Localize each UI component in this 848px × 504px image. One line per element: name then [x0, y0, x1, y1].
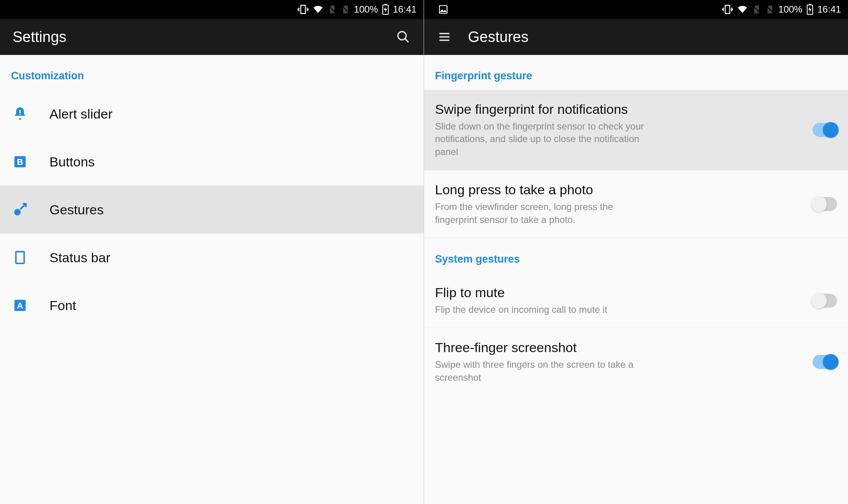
- svg-point-4: [19, 114, 20, 115]
- app-bar: Settings: [0, 19, 424, 55]
- battery-percent: 100%: [779, 4, 802, 15]
- pref-three-finger-screenshot[interactable]: Three-finger screenshot Swipe with three…: [424, 328, 848, 396]
- pref-subtitle: Slide down on the fingerprint sensor to …: [435, 120, 655, 158]
- item-label: Alert slider: [49, 106, 113, 122]
- pref-title: Swipe fingerprint for notifications: [435, 102, 805, 117]
- svg-rect-13: [809, 4, 811, 5]
- gestures-list: Fingerprint gesture Swipe fingerprint fo…: [424, 55, 848, 504]
- item-label: Gestures: [49, 202, 104, 217]
- svg-point-7: [14, 209, 21, 215]
- battery-percent: 100%: [354, 4, 378, 15]
- bell-alert-icon: [11, 105, 29, 123]
- wifi-icon: [737, 4, 748, 15]
- image-icon: [438, 4, 448, 15]
- item-alert-slider[interactable]: Alert slider: [0, 90, 424, 138]
- pref-title: Long press to take a photo: [435, 182, 805, 197]
- toggle-long-press-photo[interactable]: [813, 197, 837, 211]
- pref-text: Swipe fingerprint for notifications Slid…: [435, 102, 805, 158]
- pref-text: Long press to take a photo From the view…: [435, 182, 805, 226]
- item-label: Font: [49, 298, 76, 313]
- status-bar: 100% 16:41: [424, 0, 848, 19]
- pref-long-press-photo[interactable]: Long press to take a photo From the view…: [424, 170, 848, 238]
- app-title: Gestures: [468, 29, 835, 46]
- settings-screen: 100% 16:41 Settings Customization Alert …: [0, 0, 424, 504]
- pref-swipe-fingerprint[interactable]: Swipe fingerprint for notifications Slid…: [424, 90, 848, 170]
- svg-text:B: B: [17, 157, 23, 167]
- pref-subtitle: Swipe with three fingers on the screen t…: [435, 358, 655, 384]
- section-header-customization: Customization: [0, 55, 424, 90]
- svg-rect-8: [16, 252, 24, 263]
- item-status-bar[interactable]: Status bar: [0, 234, 424, 281]
- pref-title: Three-finger screenshot: [435, 340, 805, 355]
- pref-flip-to-mute[interactable]: Flip to mute Flip the device on incoming…: [424, 273, 848, 328]
- pref-subtitle: From the viewfinder screen, long press t…: [435, 201, 655, 226]
- no-sim-icon: [327, 5, 337, 14]
- buttons-icon: B: [11, 153, 29, 171]
- app-bar: Gestures: [424, 19, 848, 55]
- section-header-system-gestures: System gestures: [424, 238, 848, 273]
- toggle-three-finger-screenshot[interactable]: [813, 355, 837, 369]
- toggle-flip-to-mute[interactable]: [813, 294, 837, 308]
- app-title: Settings: [13, 29, 380, 46]
- gestures-icon: [11, 201, 29, 219]
- clock: 16:41: [817, 4, 841, 15]
- search-icon[interactable]: [395, 29, 411, 45]
- no-sim-icon-2: [765, 5, 775, 14]
- section-header-fingerprint: Fingerprint gesture: [424, 55, 848, 90]
- item-gestures[interactable]: Gestures: [0, 186, 424, 234]
- pref-title: Flip to mute: [435, 285, 805, 300]
- no-sim-icon: [752, 5, 761, 14]
- battery-charging-icon: [382, 4, 389, 15]
- svg-rect-1: [384, 4, 387, 5]
- item-label: Status bar: [49, 250, 110, 265]
- wifi-icon: [313, 4, 323, 15]
- pref-text: Flip to mute Flip the device on incoming…: [435, 285, 805, 316]
- pref-text: Three-finger screenshot Swipe with three…: [435, 340, 805, 384]
- pref-subtitle: Flip the device on incoming call to mute…: [435, 303, 655, 316]
- item-font[interactable]: A Font: [0, 281, 424, 329]
- gestures-screen: 100% 16:41 Gestures Fingerprint gesture …: [424, 0, 848, 504]
- toggle-swipe-fingerprint[interactable]: [813, 123, 837, 137]
- svg-point-2: [398, 32, 406, 40]
- battery-charging-icon: [806, 4, 813, 15]
- font-icon: A: [11, 296, 29, 314]
- no-sim-icon-2: [341, 5, 350, 14]
- hamburger-icon[interactable]: [437, 29, 452, 45]
- status-bar-icon: [11, 248, 29, 267]
- clock: 16:41: [393, 4, 417, 15]
- svg-rect-3: [19, 110, 20, 113]
- svg-text:A: A: [17, 301, 23, 310]
- vibrate-icon: [298, 4, 309, 15]
- item-buttons[interactable]: B Buttons: [0, 138, 424, 186]
- svg-rect-11: [439, 5, 447, 13]
- vibrate-icon: [722, 4, 733, 15]
- settings-list: Customization Alert slider B Buttons Ges…: [0, 55, 424, 504]
- status-bar: 100% 16:41: [0, 0, 424, 19]
- item-label: Buttons: [49, 154, 95, 170]
